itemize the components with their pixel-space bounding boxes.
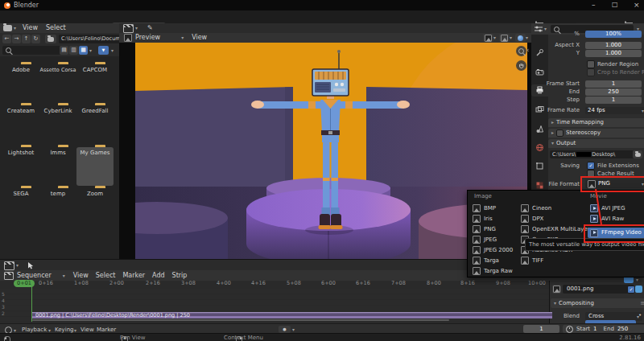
filter-funnel-icon[interactable]: ▼ — [98, 46, 109, 55]
step-field[interactable]: 1 — [585, 97, 642, 104]
folder-item[interactable]: Lightshot — [2, 147, 39, 186]
minimize-icon[interactable]: – — [592, 2, 596, 9]
folder-item-selected[interactable]: My Games — [76, 147, 114, 186]
compositing-panel[interactable]: Compositing ≡ — [551, 298, 644, 308]
menu-item[interactable]: JPEG — [473, 236, 497, 244]
close-icon[interactable]: × — [634, 2, 640, 9]
fb-menu-view[interactable]: View — [23, 25, 38, 31]
strip-mute-checkbox[interactable]: ✓ — [627, 286, 635, 294]
browse-folder-icon[interactable] — [633, 150, 642, 158]
crop-checkbox[interactable] — [587, 68, 595, 76]
strip-name-field[interactable]: 0001.png — [563, 285, 634, 294]
zoom-button[interactable] — [516, 46, 526, 56]
select-tool-icon[interactable] — [27, 261, 35, 269]
stereoscopy-panel[interactable]: Stereoscopy — [548, 129, 644, 138]
animate-dot-icon[interactable]: • — [638, 313, 642, 318]
timeline-scrollbar[interactable] — [32, 319, 449, 321]
folder-item[interactable]: Zoom — [76, 188, 114, 227]
search-input[interactable] — [2, 46, 60, 55]
pb-menu-view[interactable]: View — [80, 327, 94, 333]
record-icon[interactable]: ● — [279, 326, 291, 333]
sequencer-mode-dropdown[interactable]: Sequencer — [17, 273, 52, 279]
annotate-tool-icon[interactable]: ✎ — [147, 25, 153, 31]
menu-item[interactable]: PNG — [473, 225, 496, 233]
clock-icon[interactable] — [566, 326, 573, 333]
menu-item[interactable]: BMP — [473, 204, 496, 212]
sequencer-editor-icon[interactable] — [123, 24, 134, 33]
strip-color-swatch[interactable] — [635, 286, 642, 293]
folder-item[interactable]: Createam — [2, 105, 39, 144]
menu-item[interactable]: JPEG 2000 — [473, 246, 513, 254]
tab-render-icon[interactable] — [535, 68, 544, 76]
path-field[interactable]: C:\Users\Felino\Docume... — [59, 35, 122, 43]
menu-item[interactable]: Targa Raw — [473, 267, 513, 275]
seq-menu-add[interactable]: Add — [152, 273, 165, 279]
sidebar-collapse-icon[interactable]: ‹ — [526, 47, 530, 54]
up-icon[interactable]: ↑ — [22, 35, 31, 43]
seq-menu-select[interactable]: Select — [96, 273, 116, 279]
menu-item[interactable]: DPX — [521, 215, 543, 223]
resolution-percent-slider[interactable]: 100% — [585, 31, 642, 38]
folder-item[interactable]: Assetto Corsa — [39, 64, 76, 103]
current-frame-field[interactable]: 1 — [523, 325, 559, 333]
list-horizontal-icon[interactable]: ▥ — [69, 46, 78, 55]
seq-menu-strip[interactable]: Strip — [172, 273, 188, 279]
menu-item[interactable]: Cineon — [521, 204, 551, 212]
proxy-toggle-icon[interactable] — [499, 34, 510, 42]
seq-menu-view[interactable]: View — [73, 273, 89, 279]
tab-tool-icon[interactable] — [535, 48, 544, 57]
preview-menu-view[interactable]: View — [192, 35, 207, 41]
pb-menu-marker[interactable]: Marker — [97, 327, 116, 333]
pan-button[interactable] — [516, 60, 526, 71]
tab-scene-icon[interactable] — [535, 125, 544, 134]
aspect-y-field[interactable]: 1.000 — [585, 50, 642, 57]
playback-menu[interactable]: Playback — [22, 327, 47, 333]
frame-end-field[interactable]: 250 — [585, 88, 642, 96]
thumbnail-view-icon[interactable]: ▦ — [79, 46, 88, 55]
time-remapping-panel[interactable]: Time Remapping — [548, 118, 644, 127]
new-folder-icon[interactable] — [45, 35, 56, 43]
folder-item[interactable]: GreedFall — [76, 105, 114, 144]
tab-world-icon[interactable] — [535, 143, 544, 152]
tab-texture-icon[interactable] — [535, 181, 544, 190]
chevron-down-icon[interactable]: ▾ — [111, 48, 114, 53]
stereoscopy-checkbox[interactable] — [556, 129, 564, 137]
folder-item[interactable]: CyberLink — [39, 105, 76, 144]
overlay-toggle-icon[interactable] — [515, 34, 526, 42]
tab-view-layer-icon[interactable] — [535, 105, 544, 114]
list-vertical-icon[interactable]: ▤ — [60, 46, 68, 55]
end-field[interactable]: 250 — [617, 327, 628, 332]
menu-item[interactable]: TIFF — [521, 257, 543, 265]
folder-item[interactable]: CAPCOM — [76, 64, 114, 103]
forward-icon[interactable]: → — [12, 35, 21, 43]
file-browser-editor-icon[interactable] — [3, 25, 12, 31]
seq-menu-marker[interactable]: Marker — [122, 273, 145, 279]
sequence-strip[interactable]: 0001.png | C:\Users\Felino\Desktop\Rende… — [32, 312, 552, 318]
preview-mode-dropdown[interactable]: Preview — [135, 35, 160, 41]
maximize-icon[interactable]: □ — [612, 2, 618, 8]
render-region-checkbox[interactable] — [587, 60, 595, 68]
frame-start-field[interactable]: 1 — [585, 80, 642, 88]
channels-toggle-icon[interactable] — [483, 34, 493, 42]
chevron-down-icon[interactable]: ▾ — [89, 48, 92, 53]
folder-item[interactable]: lmms — [39, 147, 76, 186]
aspect-x-field[interactable]: 1.000 — [585, 42, 642, 49]
menu-item[interactable]: OpenEXR MultiLayer — [521, 225, 590, 233]
tab-output-icon[interactable] — [535, 86, 544, 95]
output-path-field[interactable]: C:\Users\ Desktop\ — [550, 150, 635, 158]
output-panel[interactable]: Output — [548, 139, 644, 148]
properties-editor-icon[interactable] — [534, 25, 543, 33]
refresh-icon[interactable]: ↻ — [31, 35, 40, 43]
frame-rate-dropdown[interactable]: 24 fps▾ — [585, 107, 644, 114]
file-extensions-checkbox[interactable]: ✓ — [587, 162, 595, 170]
back-icon[interactable]: ← — [2, 35, 11, 43]
keying-menu[interactable]: Keying — [55, 327, 74, 333]
start-field[interactable]: 1 — [593, 327, 597, 332]
folder-item[interactable]: SEGA — [2, 188, 39, 227]
fb-menu-select[interactable]: Select — [46, 25, 66, 31]
sequencer-editor-icon[interactable] — [4, 261, 14, 270]
menu-item[interactable]: Targa — [473, 257, 499, 265]
playhead-badge[interactable]: 0+01 — [14, 280, 35, 287]
tab-object-icon[interactable] — [535, 162, 544, 170]
folder-item[interactable]: Adobe — [2, 64, 39, 103]
